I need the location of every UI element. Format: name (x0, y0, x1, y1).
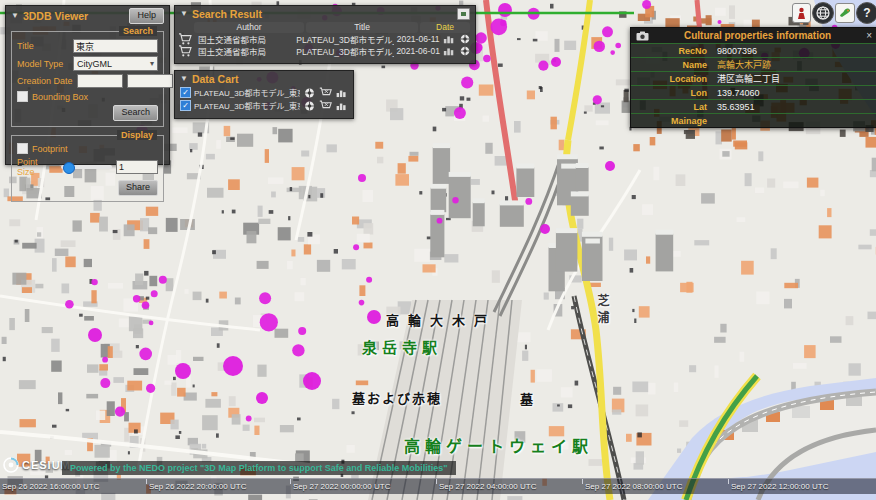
panel-title: 3DDB Viewer (23, 10, 126, 22)
result-author: 国土交通省都市局 (194, 45, 294, 57)
japan-map-icon (838, 7, 852, 19)
data-cart-panel: ▼ Data Cart ✓ PLATEAU_3D都市モデル_東京都… ✓ PLA… (174, 70, 354, 119)
remove-from-cart-icon[interactable] (319, 100, 332, 112)
map-label-graves: 墓および赤穂 (352, 388, 442, 407)
zoom-to-icon[interactable] (458, 45, 472, 57)
panel-title: Cultural properties information (653, 30, 862, 41)
column-header-title[interactable]: Title (306, 22, 418, 33)
timeline-tick-label: Sep 26 2022 16:00:00 UTC (2, 482, 99, 491)
bounding-box-checkbox[interactable] (17, 91, 28, 102)
footprint-checkbox[interactable] (17, 143, 28, 154)
info-row: Name 高輪大木戸跡 (631, 57, 876, 71)
help-button[interactable]: ? (856, 2, 876, 24)
field-label: RecNo (631, 46, 717, 56)
collapse-icon[interactable]: ▼ (180, 10, 188, 18)
timeline-tick-label: Sep 27 2022 08:00:00 UTC (585, 482, 682, 491)
info-row: RecNo 98007396 (631, 43, 876, 57)
field-label: Lon (631, 88, 717, 98)
model-type-select[interactable]: CityGML ▾ (73, 56, 158, 71)
viewer-panel: ▼ 3DDB Viewer Help Search Title Model Ty… (5, 5, 170, 165)
timeline-tickmark (146, 479, 147, 484)
timeline-tick-label: Sep 27 2022 04:00:00 UTC (439, 482, 536, 491)
info-row: Lat 35.63951 (631, 99, 876, 113)
point-size-slider[interactable] (61, 165, 112, 169)
title-input[interactable] (73, 39, 158, 53)
cesium-logo[interactable]: CESIUM (3, 457, 71, 473)
field-label: Name (631, 60, 717, 70)
timeline-tick-label: Sep 27 2022 12:00:00 UTC (731, 482, 828, 491)
add-to-cart-icon[interactable] (178, 45, 192, 57)
timeline-tick-label: Sep 27 2022 00:00:00 UTC (293, 482, 390, 491)
result-date: 2021-06-11 (396, 34, 440, 44)
display-legend: Display (117, 130, 157, 140)
map-label-takanawa-okido: 高輪大木戸 (386, 310, 496, 329)
creation-date-to-input[interactable] (127, 74, 173, 88)
search-button[interactable]: Search (113, 105, 158, 121)
map-label-grave: 墓 (520, 389, 533, 408)
field-value: 35.63951 (717, 102, 755, 112)
help-button[interactable]: Help (129, 8, 164, 24)
collapse-icon[interactable]: ▼ (180, 75, 188, 83)
metadata-icon[interactable] (442, 45, 456, 57)
title-label: Title (17, 41, 69, 51)
slider-knob[interactable] (63, 162, 75, 174)
result-title: PLATEAU_3D都市モデル_東京都… (296, 45, 394, 57)
cart-item-checkbox[interactable]: ✓ (180, 87, 191, 98)
timeline-scrubber[interactable]: Sep 26 2022 16:00:00 UTC Sep 26 2022 20:… (0, 478, 876, 494)
display-section: Display Footprint Point Size Share (11, 135, 164, 202)
collapse-icon[interactable]: ▼ (11, 12, 19, 20)
creation-date-from-input[interactable] (77, 74, 123, 88)
field-label: Location (631, 74, 717, 84)
footprint-label: Footprint (32, 144, 68, 154)
metadata-icon[interactable] (335, 87, 348, 99)
share-button[interactable]: Share (118, 180, 158, 196)
cart-item-label: PLATEAU_3D都市モデル_東京都… (194, 87, 300, 98)
list-item[interactable]: ✓ PLATEAU_3D都市モデル_東京都… (175, 99, 353, 112)
search-legend: Search (119, 26, 157, 36)
map-label-sengakuji-station: 泉岳寺駅 (362, 336, 442, 357)
result-title: PLATEAU_3D都市モデル_東京都… (296, 33, 394, 45)
table-row[interactable]: 国土交通省都市局 PLATEAU_3D都市モデル_東京都… 2021-06-01 (175, 45, 475, 57)
export-icon[interactable] (457, 8, 470, 20)
map-label-takanawa-gateway-station: 高輪ゲートウェイ駅 (404, 433, 593, 457)
zoom-to-icon[interactable] (303, 87, 316, 99)
scene-mode-button[interactable] (812, 2, 834, 24)
bounding-box-label: Bounding Box (32, 92, 88, 102)
timeline-tickmark (436, 479, 437, 484)
info-row: Lon 139.74060 (631, 85, 876, 99)
cultural-legend-button[interactable] (792, 3, 811, 23)
app-window: 高輪大木戸 泉岳寺駅 墓および赤穂 墓 高輪ゲートウェイ駅 芝浦 ▼ 3DDB … (0, 0, 876, 500)
table-row[interactable]: 国土交通省都市局 PLATEAU_3D都市モデル_東京都… 2021-06-11 (175, 33, 475, 45)
timeline-tick-label: Sep 26 2022 20:00:00 UTC (149, 482, 246, 491)
cart-item-label: PLATEAU_3D都市モデル_東京都… (194, 100, 300, 111)
result-date: 2021-06-01 (396, 46, 440, 56)
close-icon[interactable]: × (866, 31, 872, 41)
attribution-text: Powered by the NEDO project "3D Map Plat… (62, 461, 456, 475)
column-header-date[interactable]: Date (420, 22, 470, 33)
zoom-to-icon[interactable] (303, 100, 316, 112)
camera-icon[interactable] (636, 31, 649, 41)
cultural-marker-icon (796, 7, 807, 20)
remove-from-cart-icon[interactable] (319, 87, 332, 99)
field-label: Mainage (631, 116, 717, 126)
creation-date-label: Creation Date (17, 76, 73, 86)
model-type-label: Model Type (17, 59, 69, 69)
point-size-input[interactable] (116, 160, 158, 174)
metadata-icon[interactable] (335, 100, 348, 112)
result-author: 国土交通省都市局 (194, 33, 294, 45)
field-label: Lat (631, 102, 717, 112)
column-header-author[interactable]: Author (194, 22, 304, 33)
add-to-cart-icon[interactable] (178, 33, 192, 45)
cesium-globe-icon (3, 457, 19, 473)
cart-item-checkbox[interactable]: ✓ (180, 100, 191, 111)
metadata-icon[interactable] (442, 33, 456, 45)
field-value: 139.74060 (717, 88, 760, 98)
timeline-tickmark (728, 479, 729, 484)
panel-title: Search Result (192, 8, 453, 20)
info-row: Location 港区高輪二丁目 (631, 71, 876, 85)
info-row: Mainage (631, 113, 876, 127)
base-layer-picker-button[interactable] (835, 3, 855, 23)
list-item[interactable]: ✓ PLATEAU_3D都市モデル_東京都… (175, 86, 353, 99)
field-value: 98007396 (717, 46, 757, 56)
zoom-to-icon[interactable] (458, 33, 472, 45)
